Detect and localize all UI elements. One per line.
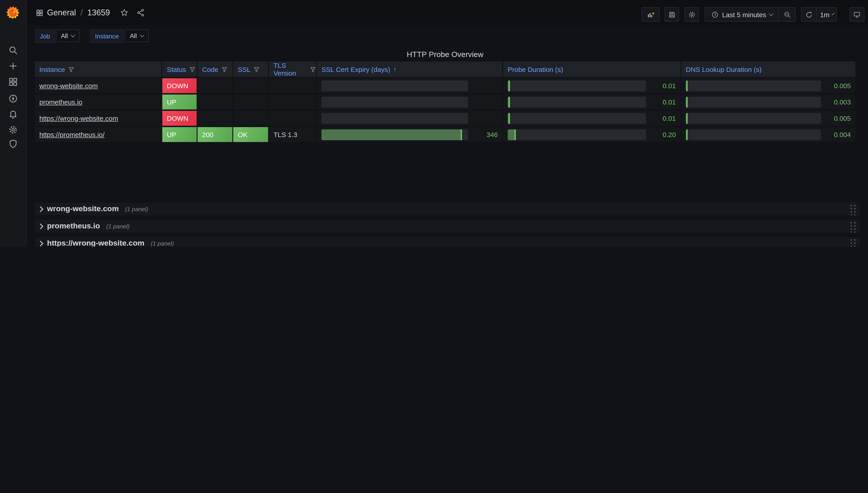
column-header-dns-lookup-duration-s-[interactable]: DNS Lookup Duration (s)	[681, 62, 855, 77]
gauge-track	[686, 97, 821, 107]
column-header-ssl-cert-expiry-days-[interactable]: SSL Cert Expiry (days)↑	[317, 62, 502, 77]
dashboard-grid-icon	[36, 9, 43, 17]
ssl-cert-expiry-gauge	[317, 78, 502, 93]
column-header-probe-duration-s-[interactable]: Probe Duration (s)	[503, 62, 681, 77]
gauge-value: 0.005	[825, 82, 851, 89]
table-header: InstanceStatusCodeSSLTLS VersionSSL Cert…	[35, 62, 855, 77]
chevron-right-icon	[38, 223, 43, 229]
code-cell: 200	[198, 127, 232, 142]
instance-link[interactable]: wrong-website.com	[39, 82, 98, 89]
explore-compass-icon[interactable]	[7, 92, 19, 105]
share-icon[interactable]	[136, 8, 145, 17]
drag-handle-icon[interactable]	[849, 203, 856, 215]
column-label: DNS Lookup Duration (s)	[686, 65, 761, 73]
code-cell	[198, 111, 232, 126]
filter-icon[interactable]	[310, 66, 316, 72]
zoom-out-button[interactable]	[779, 7, 796, 22]
time-range-label: Last 5 minutes	[722, 10, 766, 18]
ssl-cell	[233, 78, 268, 93]
column-label: TLS Version	[273, 62, 307, 77]
dashboard-settings-button[interactable]	[685, 7, 699, 22]
chevron-down-icon	[71, 33, 75, 37]
breadcrumb-section[interactable]: General	[47, 8, 76, 17]
gauge-value: 0.01	[650, 98, 676, 106]
chevron-right-icon	[38, 206, 43, 212]
http-probe-table: InstanceStatusCodeSSLTLS VersionSSL Cert…	[35, 62, 855, 142]
gauge-value: 0.01	[650, 82, 676, 89]
column-header-code[interactable]: Code	[198, 62, 232, 77]
gauge-fill	[321, 129, 462, 140]
refresh-button[interactable]	[801, 7, 817, 22]
row-title: https://wrong-website.com	[47, 239, 144, 246]
template-variables: Job All Instance All	[35, 29, 156, 43]
alerting-bell-icon[interactable]	[7, 108, 19, 120]
row-title: prometheus.io	[47, 222, 100, 231]
row-title: wrong-website.com	[47, 205, 119, 213]
time-range-picker[interactable]: Last 5 minutes	[705, 7, 779, 22]
gauge-track	[508, 97, 646, 107]
refresh-interval-picker[interactable]: 1m	[817, 7, 837, 22]
table-panel-title[interactable]: HTTP Probe Overview	[35, 48, 855, 62]
grafana-dashboard: ? General / 13659	[0, 0, 868, 246]
plus-icon[interactable]	[7, 60, 19, 72]
ssl-cell: OK	[233, 127, 268, 142]
column-label: Instance	[39, 65, 65, 73]
chevron-down-icon	[140, 33, 144, 37]
instance-cell: https://wrong-website.com	[35, 111, 161, 126]
gauge-track	[686, 80, 821, 91]
dashboard-row-https-wrong-website[interactable]: https://wrong-website.com (1 panel)	[35, 237, 860, 246]
server-admin-shield-icon[interactable]	[7, 137, 19, 150]
gauge-track	[686, 113, 821, 124]
gauge-value: 0.005	[825, 114, 851, 122]
instance-link[interactable]: https://prometheus.io/	[39, 131, 105, 138]
column-label: Code	[202, 65, 218, 73]
code-cell	[198, 94, 232, 109]
column-label: Status	[167, 65, 186, 73]
filter-icon[interactable]	[189, 66, 195, 72]
probe-duration-gauge: 0.20	[503, 127, 681, 142]
column-header-tls-version[interactable]: TLS Version	[269, 62, 316, 77]
breadcrumb-title[interactable]: 13659	[87, 8, 110, 17]
configuration-gear-icon[interactable]	[7, 124, 19, 136]
column-header-status[interactable]: Status	[162, 62, 197, 77]
dashboard-row-prometheus[interactable]: prometheus.io (1 panel)	[35, 220, 860, 233]
drag-handle-icon[interactable]	[849, 220, 856, 233]
probe-duration-gauge: 0.01	[503, 94, 681, 109]
dns-lookup-gauge: 0.005	[681, 111, 855, 126]
save-dashboard-button[interactable]	[665, 7, 679, 22]
gauge-fill	[686, 113, 688, 124]
instance-link[interactable]: prometheus.io	[39, 98, 82, 106]
row-panel-count: (1 panel)	[125, 206, 148, 212]
ssl-cell	[233, 94, 268, 109]
filter-icon[interactable]	[68, 66, 74, 72]
table-row: prometheus.ioUP0.010.003	[35, 94, 855, 109]
instance-cell: prometheus.io	[35, 94, 161, 109]
search-icon[interactable]	[7, 44, 19, 57]
chevron-down-icon	[769, 12, 773, 16]
gauge-value: 346	[471, 131, 498, 138]
table-body: wrong-website.comDOWN0.010.005prometheus…	[35, 78, 855, 142]
gauge-fill	[508, 113, 510, 124]
instance-link[interactable]: https://wrong-website.com	[39, 114, 118, 122]
column-header-ssl[interactable]: SSL	[233, 62, 268, 77]
filter-icon[interactable]	[222, 66, 227, 72]
gauge-track	[508, 129, 646, 140]
gauge-value: 0.003	[825, 98, 851, 106]
drag-handle-icon[interactable]	[849, 237, 856, 246]
variable-value-job[interactable]: All	[56, 29, 80, 42]
dns-lookup-gauge: 0.005	[681, 78, 855, 93]
star-icon[interactable]	[120, 8, 129, 17]
grafana-logo[interactable]	[5, 5, 21, 21]
dashboard-row-wrong-website[interactable]: wrong-website.com (1 panel)	[35, 202, 860, 215]
gauge-fill	[686, 80, 688, 91]
variable-value-instance[interactable]: All	[125, 29, 149, 42]
table-row: https://wrong-website.comDOWN0.010.005	[35, 111, 855, 126]
cycle-view-button[interactable]	[849, 7, 864, 22]
tls-version-cell: TLS 1.3	[269, 127, 316, 142]
add-panel-button[interactable]	[642, 7, 660, 22]
dashboards-icon[interactable]	[7, 76, 19, 88]
variable-label-instance: Instance	[90, 29, 124, 43]
gauge-fill	[508, 129, 516, 140]
filter-icon[interactable]	[254, 66, 260, 72]
column-header-instance[interactable]: Instance	[35, 62, 161, 77]
